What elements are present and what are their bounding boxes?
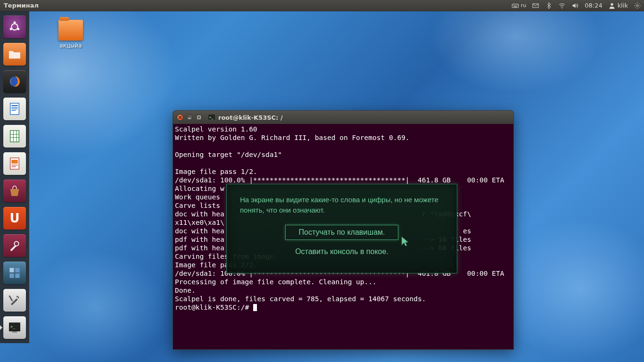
svg-point-11 <box>14 21 16 24</box>
svg-rect-5 <box>513 6 517 7</box>
gear-icon <box>634 2 641 9</box>
user-name-label: klik <box>618 2 628 9</box>
maximize-icon <box>197 115 201 119</box>
window-maximize-button[interactable] <box>196 114 202 121</box>
ubuntu-logo-icon <box>7 19 22 34</box>
svg-rect-2 <box>514 5 515 5</box>
top-menubar: Терминал ru 08:24 klik <box>0 0 644 11</box>
svg-point-12 <box>17 28 20 30</box>
writer-icon <box>7 101 22 116</box>
svg-rect-17 <box>11 107 17 107</box>
svg-rect-34 <box>9 296 13 302</box>
svg-rect-0 <box>512 4 518 7</box>
game-cursor <box>401 236 409 247</box>
minimize-icon <box>188 115 191 119</box>
wrench-gear-icon <box>7 238 22 253</box>
session-indicator[interactable] <box>631 0 644 11</box>
keyboard-lang-label: ru <box>521 2 527 8</box>
folder-icon <box>7 47 22 62</box>
keyboard-icon <box>512 2 519 9</box>
window-minimize-button[interactable] <box>186 114 193 121</box>
active-app-title: Терминал <box>0 2 39 9</box>
svg-point-10 <box>11 24 17 30</box>
svg-rect-20 <box>10 131 19 142</box>
ubuntu-one-icon: U <box>9 211 19 225</box>
svg-rect-31 <box>15 268 19 272</box>
tools-icon <box>7 293 22 308</box>
game-dialog-options: Постучать по клавишам. Оставить консоль … <box>240 225 444 259</box>
svg-rect-3 <box>515 5 516 5</box>
launcher-workspace-switcher[interactable] <box>2 261 27 285</box>
sound-indicator[interactable] <box>569 0 582 11</box>
svg-point-9 <box>636 5 638 7</box>
desktop-folder-label: акцыйа <box>52 42 90 49</box>
window-close-button[interactable] <box>177 114 183 121</box>
svg-point-8 <box>611 3 613 5</box>
bluetooth-indicator[interactable] <box>542 0 555 11</box>
svg-text:>_: >_ <box>209 115 214 119</box>
game-dialog-message: На экране вы видите какие-то слова и циф… <box>240 195 444 215</box>
user-icon <box>608 2 616 9</box>
window-titlebar[interactable]: >_ root@klik-K53SC: / <box>173 111 513 124</box>
svg-point-7 <box>561 8 562 8</box>
svg-rect-30 <box>9 268 14 272</box>
svg-rect-37 <box>198 116 200 119</box>
launcher-terminal[interactable]: >_ <box>2 315 27 340</box>
game-dialog: На экране вы видите какие-то слова и циф… <box>226 184 457 273</box>
firefox-icon <box>7 74 22 89</box>
terminal-icon: >_ <box>7 320 22 335</box>
svg-rect-33 <box>15 273 19 278</box>
bluetooth-icon <box>545 2 553 9</box>
software-center-icon <box>7 183 22 198</box>
svg-point-29 <box>14 241 18 246</box>
keyboard-indicator[interactable]: ru <box>509 0 529 11</box>
close-icon <box>178 115 182 119</box>
svg-rect-4 <box>517 5 517 5</box>
calc-icon <box>7 129 22 144</box>
folder-icon <box>58 20 83 41</box>
unity-launcher: U >_ <box>0 11 29 343</box>
game-option-2[interactable]: Оставить консоль в покое. <box>282 245 402 259</box>
impress-icon <box>7 156 22 171</box>
clock-time: 08:24 <box>585 2 602 9</box>
launcher-impress[interactable] <box>2 151 27 176</box>
launcher-settings-app[interactable] <box>2 288 27 313</box>
svg-rect-18 <box>11 108 17 109</box>
messages-indicator[interactable] <box>529 0 542 11</box>
wifi-icon <box>558 2 566 9</box>
svg-text:>_: >_ <box>10 325 15 329</box>
launcher-firefox[interactable] <box>2 69 27 94</box>
cursor-icon <box>401 236 409 247</box>
clock-indicator[interactable]: 08:24 <box>582 0 605 11</box>
svg-rect-32 <box>9 273 14 278</box>
mail-icon <box>532 2 539 9</box>
workspace-icon <box>7 265 22 280</box>
svg-rect-19 <box>11 110 16 111</box>
window-title: root@klik-K53SC: / <box>218 114 283 121</box>
launcher-writer[interactable] <box>2 97 27 121</box>
launcher-software-center[interactable] <box>2 179 27 203</box>
svg-rect-28 <box>11 166 16 167</box>
terminal-cursor <box>253 304 257 311</box>
launcher-files[interactable] <box>2 42 27 66</box>
terminal-small-icon: >_ <box>208 114 215 121</box>
launcher-system-settings[interactable] <box>2 233 27 258</box>
launcher-calc[interactable] <box>2 124 27 148</box>
svg-rect-26 <box>11 160 17 164</box>
network-indicator[interactable] <box>555 0 569 11</box>
svg-point-13 <box>10 28 12 30</box>
terminal-prompt: root@klik-K53SC:/# <box>175 304 253 311</box>
desktop-folder[interactable]: акцыйа <box>52 20 90 49</box>
user-indicator[interactable]: klik <box>605 0 631 11</box>
svg-rect-16 <box>11 105 17 106</box>
volume-icon <box>571 2 579 9</box>
launcher-dash[interactable] <box>2 15 27 39</box>
svg-rect-1 <box>513 5 513 5</box>
game-option-1[interactable]: Постучать по клавишам. <box>285 225 399 240</box>
svg-rect-27 <box>11 165 17 165</box>
launcher-ubuntu-one[interactable]: U <box>2 206 27 230</box>
